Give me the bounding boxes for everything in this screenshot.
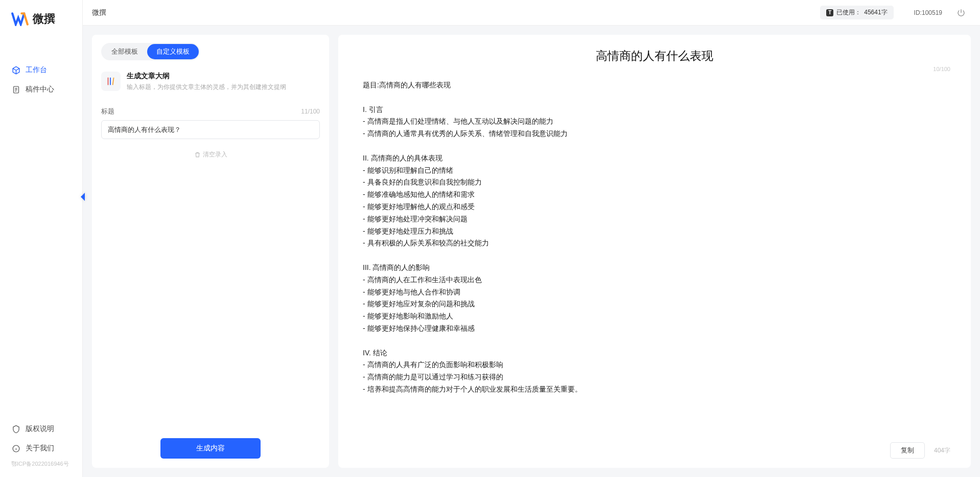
nav-item-about[interactable]: 关于我们 — [0, 439, 82, 458]
usage-badge[interactable]: T 已使用： 45641字 — [820, 6, 893, 19]
user-id: ID:100519 — [914, 9, 942, 16]
template-desc: 输入标题，为你提供文章主体的灵感，并为其创建推文提纲 — [127, 83, 286, 92]
shield-icon — [11, 424, 20, 434]
copy-button[interactable]: 复制 — [890, 442, 925, 459]
output-word-count: 404字 — [934, 446, 950, 455]
usage-label: 已使用： — [836, 8, 861, 17]
nav-main: 工作台 稿件中心 — [0, 43, 82, 419]
template-title: 生成文章大纲 — [127, 72, 286, 81]
output-title[interactable]: 高情商的人有什么表现 — [359, 48, 950, 64]
usage-value: 45641字 — [864, 8, 887, 17]
doc-icon — [11, 85, 20, 94]
input-panel: 全部模板 自定义模板 生成文章大纲 输入标题，为你提供文章主体的灵感，并为其创建… — [92, 35, 329, 468]
sidebar-collapse-handle[interactable] — [78, 191, 86, 202]
nav-bottom: 版权说明 关于我们 鄂ICP备2022016946号 — [0, 419, 82, 473]
output-panel: 高情商的人有什么表现 10/100 题目:高情商的人有哪些表现 I. 引言 - … — [338, 35, 971, 468]
title-field-label: 标题 — [101, 107, 114, 116]
logo-icon — [11, 12, 29, 26]
topbar-title: 微撰 — [92, 8, 106, 17]
clear-input-button[interactable]: 清空录入 — [101, 150, 320, 159]
nav-label: 关于我们 — [26, 444, 54, 453]
cube-icon — [11, 65, 20, 75]
info-icon — [11, 444, 20, 453]
title-input[interactable] — [101, 120, 320, 139]
template-card: 生成文章大纲 输入标题，为你提供文章主体的灵感，并为其创建推文提纲 — [101, 69, 320, 101]
template-icon — [101, 72, 121, 91]
title-field-counter: 11/100 — [301, 108, 320, 115]
nav-label: 稿件中心 — [26, 85, 54, 94]
logo-text: 微撰 — [33, 11, 55, 27]
icp-text: 鄂ICP备2022016946号 — [0, 458, 82, 470]
logo[interactable]: 微撰 — [0, 11, 82, 43]
sidebar: 微撰 工作台 稿件中心 版权说明 关于我们 鄂ICP备2022016946号 — [0, 0, 83, 477]
generate-button[interactable]: 生成内容 — [160, 438, 261, 459]
nav-label: 版权说明 — [26, 424, 54, 434]
trash-icon — [194, 151, 201, 158]
topbar: 微撰 T 已使用： 45641字 ID:100519 — [83, 0, 980, 26]
power-button[interactable] — [956, 8, 966, 17]
nav-label: 工作台 — [26, 65, 47, 75]
template-tabs: 全部模板 自定义模板 — [101, 43, 200, 60]
text-icon: T — [826, 9, 833, 16]
tab-custom-templates[interactable]: 自定义模板 — [147, 44, 199, 59]
output-body[interactable]: 题目:高情商的人有哪些表现 I. 引言 - 高情商是指人们处理情绪、与他人互动以… — [338, 64, 971, 438]
output-title-counter: 10/100 — [933, 66, 950, 72]
nav-item-copyright[interactable]: 版权说明 — [0, 419, 82, 439]
nav-item-workspace[interactable]: 工作台 — [0, 60, 82, 80]
tab-all-templates[interactable]: 全部模板 — [102, 44, 147, 59]
nav-item-drafts[interactable]: 稿件中心 — [0, 80, 82, 99]
